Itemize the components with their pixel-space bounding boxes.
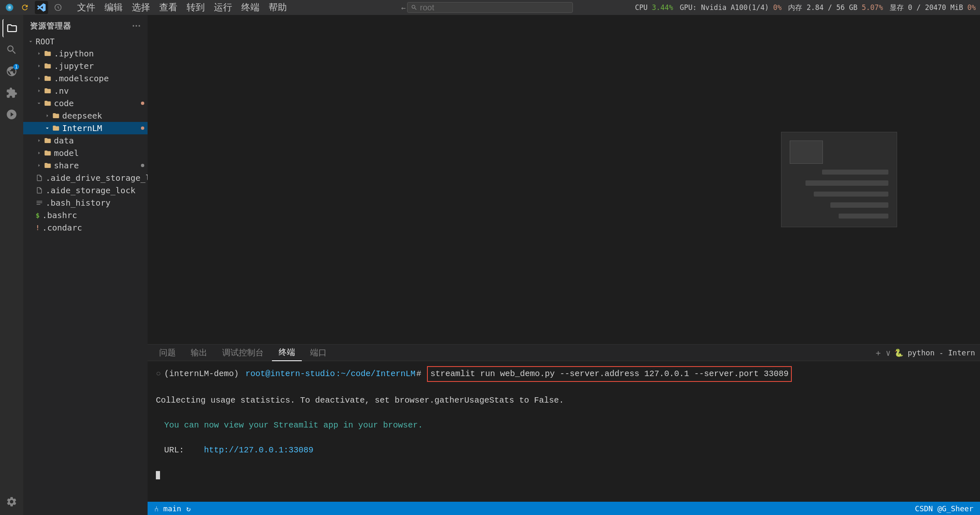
terminal-panel: 问题 输出 调试控制台 终端 端口 + ∨ 🐍 python - Intern … bbox=[148, 344, 980, 502]
sidebar-title: 资源管理器 bbox=[30, 21, 71, 32]
sidebar-header: 资源管理器 ··· bbox=[23, 15, 148, 36]
root-folder[interactable]: ROOT bbox=[23, 36, 148, 47]
tree-item-condarc[interactable]: ! .condarc bbox=[23, 221, 148, 234]
cpu-info: CPU 3.44% bbox=[635, 3, 673, 12]
menu-run[interactable]: 运行 bbox=[210, 0, 236, 15]
editor-content bbox=[148, 15, 980, 344]
annotation-arrow bbox=[148, 15, 272, 139]
terminal-content[interactable]: ○ (internLM-demo) root@intern-studio :~/… bbox=[148, 361, 980, 502]
item-label: model bbox=[54, 148, 79, 158]
modified-indicator bbox=[141, 164, 144, 167]
main-layout: 1 资源管理器 ··· ROOT .ipython bbox=[0, 15, 980, 515]
tree-item-bashrc[interactable]: $ .bashrc bbox=[23, 209, 148, 221]
tree-item-internlm[interactable]: InternLM bbox=[23, 122, 148, 134]
editor-placeholder bbox=[781, 132, 897, 227]
item-label: .condarc bbox=[42, 223, 82, 233]
activity-extensions[interactable] bbox=[2, 84, 21, 102]
tree-item-bash-history[interactable]: .bash_history bbox=[23, 197, 148, 209]
modified-indicator bbox=[141, 126, 144, 130]
titlebar-left bbox=[0, 1, 65, 14]
activity-search[interactable] bbox=[2, 41, 21, 59]
editor-area: 问题 输出 调试控制台 终端 端口 + ∨ 🐍 python - Intern … bbox=[148, 15, 980, 515]
menu-terminal[interactable]: 终端 bbox=[237, 0, 264, 15]
status-right: CSDN @G_Sheer bbox=[915, 504, 973, 513]
activity-git[interactable]: 1 bbox=[2, 62, 21, 80]
circle-icon[interactable] bbox=[51, 1, 65, 14]
placeholder-line-5 bbox=[839, 214, 888, 219]
menu-view[interactable]: 查看 bbox=[155, 0, 182, 15]
search-bar[interactable] bbox=[407, 2, 573, 13]
item-label: code bbox=[54, 98, 74, 108]
git-branch[interactable]: ⑃ main bbox=[154, 504, 181, 513]
sync-icon[interactable]: ↻ bbox=[186, 504, 191, 513]
modified-indicator bbox=[141, 102, 144, 105]
item-label: .jupyter bbox=[54, 61, 94, 71]
item-label: .aide_drive_storage_lock bbox=[46, 173, 148, 183]
tree-item-aide-drive[interactable]: .aide_drive_storage_lock bbox=[23, 172, 148, 184]
system-info: CPU 3.44% GPU: Nvidia A100(1/4) 0% 内存 2.… bbox=[635, 3, 976, 12]
tab-debug-console[interactable]: 调试控制台 bbox=[216, 345, 270, 361]
terminal-command-highlight: streamlit run web_demo.py --server.addre… bbox=[427, 366, 792, 382]
terminal-python-label: 🐍 python - Intern bbox=[894, 348, 975, 357]
tree-item-jupyter[interactable]: .jupyter bbox=[23, 60, 148, 72]
vscode-icon[interactable] bbox=[35, 1, 48, 14]
item-label: .modelscope bbox=[54, 73, 109, 83]
terminal-info-line: Collecting usage statistics. To deactiva… bbox=[156, 394, 972, 407]
terminal-add-btn[interactable]: + ∨ bbox=[876, 348, 890, 358]
root-label: ROOT bbox=[36, 37, 55, 46]
disk-info: 显存 0 / 20470 MiB 0% bbox=[890, 3, 976, 12]
tree-item-model[interactable]: model bbox=[23, 147, 148, 159]
term-user: root@intern-studio bbox=[245, 368, 335, 380]
activity-bar: 1 bbox=[0, 15, 23, 515]
status-bar: ⑃ main ↻ CSDN @G_Sheer bbox=[148, 502, 980, 515]
tab-output[interactable]: 输出 bbox=[184, 345, 214, 361]
item-label: InternLM bbox=[62, 123, 102, 133]
tree-item-nv[interactable]: .nv bbox=[23, 85, 148, 97]
terminal-actions: + ∨ 🐍 python - Intern bbox=[876, 348, 975, 358]
tree-item-ipython[interactable]: .ipython bbox=[23, 47, 148, 60]
sidebar-actions[interactable]: ··· bbox=[132, 21, 141, 32]
term-url-space bbox=[189, 445, 199, 455]
term-env: (internLM-demo) bbox=[164, 368, 239, 380]
url-value: http://127.0.0.1:33089 bbox=[204, 445, 313, 455]
menu-help[interactable]: 帮助 bbox=[264, 0, 291, 15]
sidebar: 资源管理器 ··· ROOT .ipython .jupyter .models… bbox=[23, 15, 148, 515]
item-label: .bashrc bbox=[42, 210, 77, 220]
item-label: .nv bbox=[54, 86, 69, 96]
csdn-label: CSDN @G_Sheer bbox=[915, 504, 973, 513]
tree-item-code[interactable]: code bbox=[23, 97, 148, 109]
tab-problems[interactable]: 问题 bbox=[153, 345, 182, 361]
item-label: .aide_storage_lock bbox=[46, 185, 136, 195]
search-input[interactable] bbox=[420, 3, 569, 12]
item-label: share bbox=[54, 160, 79, 170]
activity-run[interactable] bbox=[2, 105, 21, 124]
tree-item-deepseek[interactable]: deepseek bbox=[23, 109, 148, 122]
tree-item-modelscope[interactable]: .modelscope bbox=[23, 72, 148, 85]
tree-item-share[interactable]: share bbox=[23, 159, 148, 172]
terminal-success-line: You can now view your Streamlit app in y… bbox=[156, 419, 972, 432]
menu-select[interactable]: 选择 bbox=[128, 0, 154, 15]
app-icon bbox=[4, 2, 15, 13]
activity-settings[interactable] bbox=[2, 493, 21, 511]
item-label: deepseek bbox=[62, 111, 102, 121]
gpu-info: GPU: Nvidia A100(1/4) 0% bbox=[680, 3, 782, 12]
terminal-prompt-line: ○ (internLM-demo) root@intern-studio :~/… bbox=[156, 366, 972, 382]
item-label: data bbox=[54, 136, 74, 146]
menu-goto[interactable]: 转到 bbox=[182, 0, 209, 15]
placeholder-image bbox=[790, 141, 823, 164]
editor-placeholder-container bbox=[148, 132, 980, 227]
titlebar: 文件 编辑 选择 查看 转到 运行 终端 帮助 ← → CPU 3.44% GP… bbox=[0, 0, 980, 15]
tab-terminal[interactable]: 终端 bbox=[272, 344, 302, 361]
term-space bbox=[240, 368, 245, 380]
refresh-icon[interactable] bbox=[18, 1, 32, 14]
menu-file[interactable]: 文件 bbox=[73, 0, 99, 15]
placeholder-line-4 bbox=[830, 202, 888, 207]
tab-ports[interactable]: 端口 bbox=[303, 345, 333, 361]
menu-edit[interactable]: 编辑 bbox=[100, 0, 127, 15]
item-label: .ipython bbox=[54, 49, 94, 58]
term-path: :~/code/InternLM bbox=[336, 368, 415, 380]
placeholder-line-1 bbox=[822, 170, 888, 175]
tree-item-aide-storage[interactable]: .aide_storage_lock bbox=[23, 184, 148, 197]
activity-explorer[interactable] bbox=[2, 19, 21, 37]
tree-item-data[interactable]: data bbox=[23, 134, 148, 147]
